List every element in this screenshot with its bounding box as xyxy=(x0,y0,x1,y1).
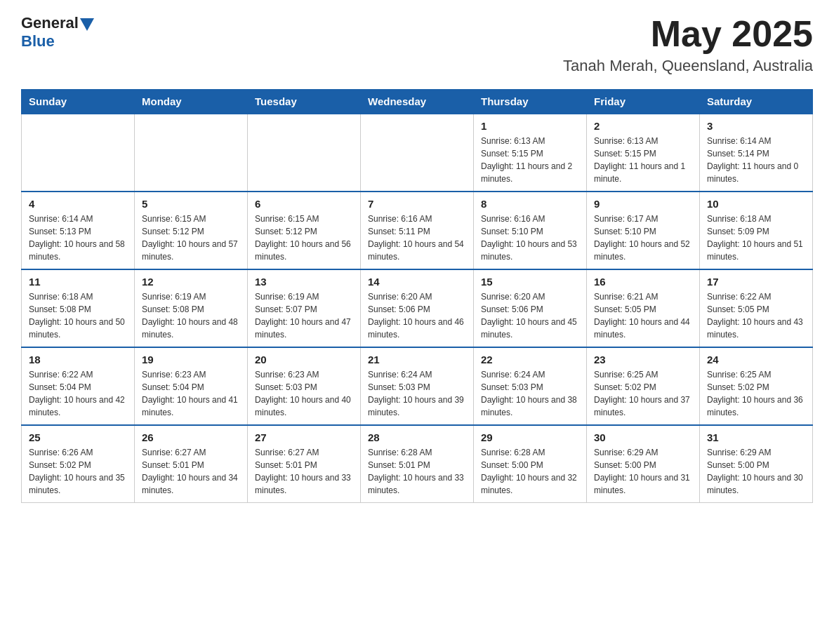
day-info: Sunrise: 6:21 AM Sunset: 5:05 PM Dayligh… xyxy=(594,290,692,341)
day-info: Sunrise: 6:18 AM Sunset: 5:09 PM Dayligh… xyxy=(707,213,805,263)
title-area: May 2025 Tanah Merah, Queensland, Austra… xyxy=(563,14,813,75)
day-number: 11 xyxy=(29,276,127,288)
calendar-day-header-tuesday: Tuesday xyxy=(248,90,361,114)
calendar-cell: 2Sunrise: 6:13 AM Sunset: 5:15 PM Daylig… xyxy=(587,114,700,192)
day-info: Sunrise: 6:20 AM Sunset: 5:06 PM Dayligh… xyxy=(368,290,466,341)
calendar-cell: 26Sunrise: 6:27 AM Sunset: 5:01 PM Dayli… xyxy=(135,425,248,503)
day-info: Sunrise: 6:13 AM Sunset: 5:15 PM Dayligh… xyxy=(594,135,692,185)
day-number: 14 xyxy=(368,276,466,288)
calendar-cell: 20Sunrise: 6:23 AM Sunset: 5:03 PM Dayli… xyxy=(248,347,361,425)
day-info: Sunrise: 6:27 AM Sunset: 5:01 PM Dayligh… xyxy=(142,446,240,497)
day-info: Sunrise: 6:24 AM Sunset: 5:03 PM Dayligh… xyxy=(368,368,466,419)
calendar-cell: 21Sunrise: 6:24 AM Sunset: 5:03 PM Dayli… xyxy=(361,347,474,425)
day-info: Sunrise: 6:28 AM Sunset: 5:00 PM Dayligh… xyxy=(481,446,579,497)
calendar-cell: 19Sunrise: 6:23 AM Sunset: 5:04 PM Dayli… xyxy=(135,347,248,425)
calendar-cell: 28Sunrise: 6:28 AM Sunset: 5:01 PM Dayli… xyxy=(361,425,474,503)
day-number: 2 xyxy=(594,120,692,132)
day-number: 5 xyxy=(142,198,240,210)
logo-general-text: General xyxy=(21,14,79,32)
day-info: Sunrise: 6:25 AM Sunset: 5:02 PM Dayligh… xyxy=(594,368,692,419)
calendar-cell: 8Sunrise: 6:16 AM Sunset: 5:10 PM Daylig… xyxy=(474,192,587,269)
calendar-header-row: SundayMondayTuesdayWednesdayThursdayFrid… xyxy=(22,90,813,114)
day-info: Sunrise: 6:16 AM Sunset: 5:10 PM Dayligh… xyxy=(481,213,579,263)
logo-blue-text: Blue xyxy=(21,32,55,51)
day-info: Sunrise: 6:22 AM Sunset: 5:04 PM Dayligh… xyxy=(29,368,127,419)
calendar-day-header-sunday: Sunday xyxy=(22,90,135,114)
day-info: Sunrise: 6:15 AM Sunset: 5:12 PM Dayligh… xyxy=(255,213,353,263)
calendar-cell: 12Sunrise: 6:19 AM Sunset: 5:08 PM Dayli… xyxy=(135,269,248,347)
calendar-week-row-5: 25Sunrise: 6:26 AM Sunset: 5:02 PM Dayli… xyxy=(22,425,813,503)
day-info: Sunrise: 6:13 AM Sunset: 5:15 PM Dayligh… xyxy=(481,135,579,185)
day-number: 21 xyxy=(368,354,466,365)
day-number: 22 xyxy=(481,354,579,365)
day-number: 27 xyxy=(255,431,353,443)
calendar-cell: 23Sunrise: 6:25 AM Sunset: 5:02 PM Dayli… xyxy=(587,347,700,425)
day-number: 24 xyxy=(707,354,805,365)
calendar-day-header-monday: Monday xyxy=(135,90,248,114)
day-info: Sunrise: 6:29 AM Sunset: 5:00 PM Dayligh… xyxy=(707,446,805,497)
day-info: Sunrise: 6:19 AM Sunset: 5:07 PM Dayligh… xyxy=(255,290,353,341)
calendar-week-row-4: 18Sunrise: 6:22 AM Sunset: 5:04 PM Dayli… xyxy=(22,347,813,425)
calendar-cell: 4Sunrise: 6:14 AM Sunset: 5:13 PM Daylig… xyxy=(22,192,135,269)
day-info: Sunrise: 6:29 AM Sunset: 5:00 PM Dayligh… xyxy=(594,446,692,497)
calendar-day-header-friday: Friday xyxy=(587,90,700,114)
day-number: 26 xyxy=(142,431,240,443)
calendar-cell: 5Sunrise: 6:15 AM Sunset: 5:12 PM Daylig… xyxy=(135,192,248,269)
day-info: Sunrise: 6:24 AM Sunset: 5:03 PM Dayligh… xyxy=(481,368,579,419)
day-info: Sunrise: 6:14 AM Sunset: 5:14 PM Dayligh… xyxy=(707,135,805,185)
calendar-cell: 14Sunrise: 6:20 AM Sunset: 5:06 PM Dayli… xyxy=(361,269,474,347)
calendar-cell: 18Sunrise: 6:22 AM Sunset: 5:04 PM Dayli… xyxy=(22,347,135,425)
day-info: Sunrise: 6:22 AM Sunset: 5:05 PM Dayligh… xyxy=(707,290,805,341)
day-number: 9 xyxy=(594,198,692,210)
day-info: Sunrise: 6:14 AM Sunset: 5:13 PM Dayligh… xyxy=(29,213,127,263)
day-number: 20 xyxy=(255,354,353,365)
day-number: 8 xyxy=(481,198,579,210)
month-title: May 2025 xyxy=(563,14,813,54)
day-info: Sunrise: 6:15 AM Sunset: 5:12 PM Dayligh… xyxy=(142,213,240,263)
calendar-cell: 16Sunrise: 6:21 AM Sunset: 5:05 PM Dayli… xyxy=(587,269,700,347)
day-number: 23 xyxy=(594,354,692,365)
calendar-cell: 7Sunrise: 6:16 AM Sunset: 5:11 PM Daylig… xyxy=(361,192,474,269)
day-info: Sunrise: 6:20 AM Sunset: 5:06 PM Dayligh… xyxy=(481,290,579,341)
calendar-day-header-thursday: Thursday xyxy=(474,90,587,114)
day-number: 29 xyxy=(481,431,579,443)
calendar-day-header-wednesday: Wednesday xyxy=(361,90,474,114)
day-number: 12 xyxy=(142,276,240,288)
calendar-cell: 6Sunrise: 6:15 AM Sunset: 5:12 PM Daylig… xyxy=(248,192,361,269)
calendar-week-row-2: 4Sunrise: 6:14 AM Sunset: 5:13 PM Daylig… xyxy=(22,192,813,269)
calendar-cell xyxy=(248,114,361,192)
day-info: Sunrise: 6:16 AM Sunset: 5:11 PM Dayligh… xyxy=(368,213,466,263)
calendar-cell: 9Sunrise: 6:17 AM Sunset: 5:10 PM Daylig… xyxy=(587,192,700,269)
calendar-cell: 30Sunrise: 6:29 AM Sunset: 5:00 PM Dayli… xyxy=(587,425,700,503)
day-info: Sunrise: 6:25 AM Sunset: 5:02 PM Dayligh… xyxy=(707,368,805,419)
calendar-cell xyxy=(22,114,135,192)
calendar-week-row-3: 11Sunrise: 6:18 AM Sunset: 5:08 PM Dayli… xyxy=(22,269,813,347)
day-number: 30 xyxy=(594,431,692,443)
calendar-day-header-saturday: Saturday xyxy=(700,90,813,114)
calendar-cell xyxy=(361,114,474,192)
day-info: Sunrise: 6:26 AM Sunset: 5:02 PM Dayligh… xyxy=(29,446,127,497)
day-number: 7 xyxy=(368,198,466,210)
day-number: 3 xyxy=(707,120,805,132)
calendar-table: SundayMondayTuesdayWednesdayThursdayFrid… xyxy=(21,89,813,503)
calendar-cell xyxy=(135,114,248,192)
day-info: Sunrise: 6:23 AM Sunset: 5:03 PM Dayligh… xyxy=(255,368,353,419)
calendar-cell: 13Sunrise: 6:19 AM Sunset: 5:07 PM Dayli… xyxy=(248,269,361,347)
day-number: 28 xyxy=(368,431,466,443)
calendar-cell: 25Sunrise: 6:26 AM Sunset: 5:02 PM Dayli… xyxy=(22,425,135,503)
day-number: 19 xyxy=(142,354,240,365)
day-number: 13 xyxy=(255,276,353,288)
day-number: 17 xyxy=(707,276,805,288)
day-number: 18 xyxy=(29,354,127,365)
day-info: Sunrise: 6:27 AM Sunset: 5:01 PM Dayligh… xyxy=(255,446,353,497)
day-info: Sunrise: 6:18 AM Sunset: 5:08 PM Dayligh… xyxy=(29,290,127,341)
calendar-cell: 15Sunrise: 6:20 AM Sunset: 5:06 PM Dayli… xyxy=(474,269,587,347)
day-number: 16 xyxy=(594,276,692,288)
calendar-cell: 3Sunrise: 6:14 AM Sunset: 5:14 PM Daylig… xyxy=(700,114,813,192)
calendar-cell: 29Sunrise: 6:28 AM Sunset: 5:00 PM Dayli… xyxy=(474,425,587,503)
logo-triangle-icon xyxy=(80,18,94,31)
calendar-week-row-1: 1Sunrise: 6:13 AM Sunset: 5:15 PM Daylig… xyxy=(22,114,813,192)
logo: General Blue xyxy=(21,14,94,51)
calendar-cell: 1Sunrise: 6:13 AM Sunset: 5:15 PM Daylig… xyxy=(474,114,587,192)
calendar-cell: 11Sunrise: 6:18 AM Sunset: 5:08 PM Dayli… xyxy=(22,269,135,347)
